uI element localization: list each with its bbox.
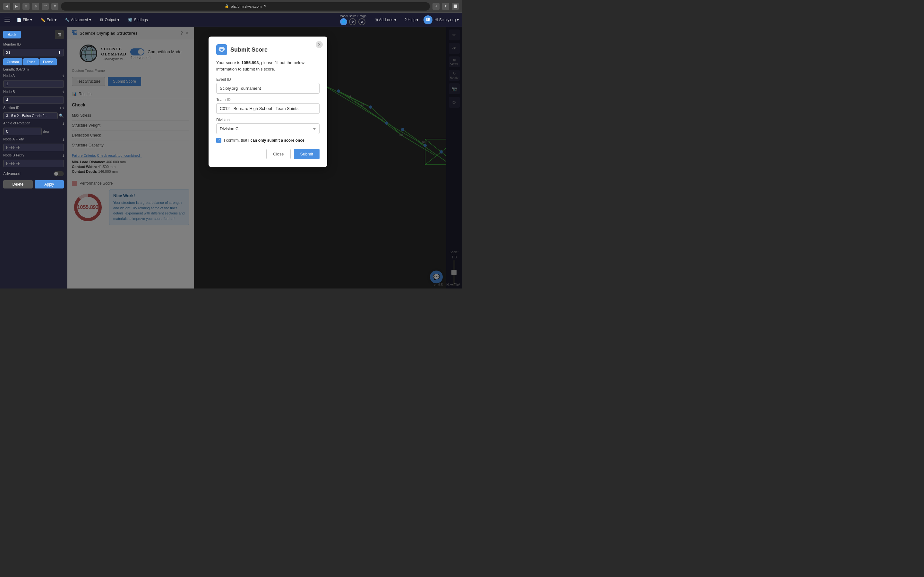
advanced-label: Advanced <box>3 171 20 176</box>
node-b-input[interactable] <box>3 96 64 104</box>
workflow-step-solve[interactable]: Solve ⚙ <box>349 15 357 25</box>
file-menu[interactable]: 📄 File ▾ <box>13 16 35 23</box>
angle-label: Angle of Rotation <box>3 121 30 125</box>
app-bar: 📄 File ▾ ✏️ Edit ▾ 🔧 Advanced ▾ 🖥 Output… <box>0 13 462 27</box>
user-menu[interactable]: Hi Scioly.org ▾ <box>435 18 459 22</box>
back-button[interactable]: Back <box>3 31 21 39</box>
angle-field: deg <box>3 127 64 135</box>
angle-unit-label: deg <box>43 129 49 133</box>
addons-label: Add-ons <box>379 18 393 22</box>
modal-overlay: Submit Score ✕ Your score is 1055.893, p… <box>67 27 462 288</box>
node-a-info-icon[interactable]: ℹ <box>63 74 64 78</box>
member-id-label: Member ID <box>3 42 64 46</box>
modal-submit-button[interactable]: Submit <box>294 149 320 159</box>
output-menu-label: Output <box>105 18 116 22</box>
section-search-icon[interactable]: 🔍 <box>59 113 64 118</box>
edit-menu[interactable]: ✏️ Edit ▾ <box>37 16 60 23</box>
confirm-checkbox[interactable]: ✓ <box>216 138 221 143</box>
event-id-input[interactable] <box>216 83 320 93</box>
grid-view-button[interactable]: ⊞ <box>55 30 64 39</box>
frame-toggle[interactable]: Frame <box>39 58 57 65</box>
help-label: Help <box>408 18 416 22</box>
modal-score-text: Your score is 1055.893, please fill out … <box>216 60 320 72</box>
confirm-row: ✓ I confirm, that I can only submit a sc… <box>216 138 320 143</box>
solve-step-circle: ⚙ <box>349 18 356 25</box>
node-b-row: Node B ℹ <box>3 90 64 94</box>
section-id-field: 🔍 <box>3 112 64 119</box>
section-id-info-icon[interactable]: + ℹ <box>60 106 64 110</box>
member-id-stepper[interactable]: ⬍ <box>58 50 61 55</box>
delete-button[interactable]: Delete <box>3 180 33 189</box>
user-avatar[interactable]: SB <box>423 15 433 24</box>
member-id-value: 21 <box>6 50 10 55</box>
share-icon: ⬆ <box>442 3 449 10</box>
hamburger-menu-button[interactable] <box>3 16 11 24</box>
edit-icon: ✏️ <box>40 18 45 22</box>
advanced-toggle[interactable] <box>53 171 64 176</box>
node-b-fixity-input[interactable] <box>3 160 64 167</box>
url-text: platform.skyciv.com <box>231 5 262 8</box>
node-a-fixity-info-icon[interactable]: ℹ <box>63 137 64 142</box>
member-type-toggle: Custom Truss Frame <box>3 58 64 65</box>
refresh-icon[interactable]: ↻ <box>263 4 266 8</box>
node-a-input[interactable] <box>3 80 64 88</box>
workflow-step-design[interactable]: Design D <box>357 15 367 25</box>
workflow-step-model[interactable]: Model 🌐 <box>340 15 348 25</box>
lock-icon: 🔒 <box>225 4 229 8</box>
settings-menu[interactable]: ⚙️ Settings <box>124 16 151 23</box>
design-step-circle: D <box>359 18 365 25</box>
node-a-fixity-input[interactable] <box>3 143 64 151</box>
wrench-icon: 🔧 <box>65 18 69 22</box>
advanced-header: Advanced <box>3 171 64 176</box>
main-layout: Back ⊞ Member ID 21 ⬍ Custom Truss Frame… <box>0 27 462 288</box>
node-b-info-icon[interactable]: ℹ <box>63 90 64 94</box>
node-b-fixity-label: Node B Fixity <box>3 153 24 157</box>
solve-step-label: Solve <box>349 15 357 18</box>
member-id-field[interactable]: 21 ⬍ <box>3 49 64 56</box>
confirm-text: I confirm, that I can only submit a scor… <box>224 138 304 143</box>
modal-close-x-button[interactable]: ✕ <box>316 41 323 48</box>
section-id-input[interactable] <box>3 112 58 119</box>
url-bar[interactable]: 🔒 platform.skyciv.com ↻ <box>61 2 430 11</box>
advanced-menu[interactable]: 🔧 Advanced ▾ <box>61 16 94 23</box>
hamburger-line-2 <box>5 19 10 20</box>
apply-button[interactable]: Apply <box>35 180 64 189</box>
back-nav-button[interactable]: ◀ <box>3 3 10 10</box>
custom-toggle[interactable]: Custom <box>3 58 23 65</box>
advanced-toggle-knob <box>54 172 58 176</box>
angle-input[interactable] <box>3 127 42 135</box>
truss-toggle[interactable]: Truss <box>23 58 39 65</box>
node-a-row: Node A ℹ <box>3 74 64 78</box>
help-menu[interactable]: ? Help ▾ <box>401 16 422 23</box>
modal-close-button[interactable]: Close <box>266 149 290 159</box>
addons-menu[interactable]: ⊞ Add-ons ▾ <box>372 16 399 23</box>
node-a-fixity-label: Node A Fixity <box>3 137 24 141</box>
workflow-steps: Model 🌐 Solve ⚙ Design D <box>340 15 367 25</box>
hamburger-line-1 <box>5 18 10 18</box>
extension-icon: ⚙ <box>51 3 58 10</box>
shield-icon: 🛡 <box>42 3 49 10</box>
modal-title: Submit Score <box>230 47 268 53</box>
node-b-fixity-info-icon[interactable]: ℹ <box>63 153 64 158</box>
design-step-label: Design <box>357 15 367 18</box>
sidebar-toggle-button[interactable]: ☰ <box>23 3 29 10</box>
score-value: 1055.893 <box>241 60 258 65</box>
monitor-icon: 🖥 <box>99 18 103 22</box>
output-menu[interactable]: 🖥 Output ▾ <box>96 16 123 23</box>
advanced-section: Advanced <box>3 171 64 176</box>
node-a-fixity-row: Node A Fixity ℹ <box>3 137 64 142</box>
angle-info-icon[interactable]: ℹ <box>63 121 64 126</box>
section-id-label: Section ID <box>3 106 19 110</box>
score-prefix: Your score is <box>216 60 241 65</box>
action-buttons: Delete Apply <box>3 180 64 189</box>
confirm-bold: I can only submit a score once <box>248 138 304 143</box>
file-icon: 📄 <box>17 18 21 22</box>
division-select[interactable]: Division A Division B Division C <box>216 123 320 134</box>
hamburger-line-3 <box>5 21 10 22</box>
forward-nav-button[interactable]: ▶ <box>13 3 20 10</box>
edit-menu-label: Edit <box>47 18 53 22</box>
settings-menu-label: Settings <box>134 18 148 22</box>
left-sidebar: Back ⊞ Member ID 21 ⬍ Custom Truss Frame… <box>0 27 67 288</box>
team-id-input[interactable] <box>216 103 320 114</box>
reading-mode-button[interactable]: ⊙ <box>32 3 39 10</box>
